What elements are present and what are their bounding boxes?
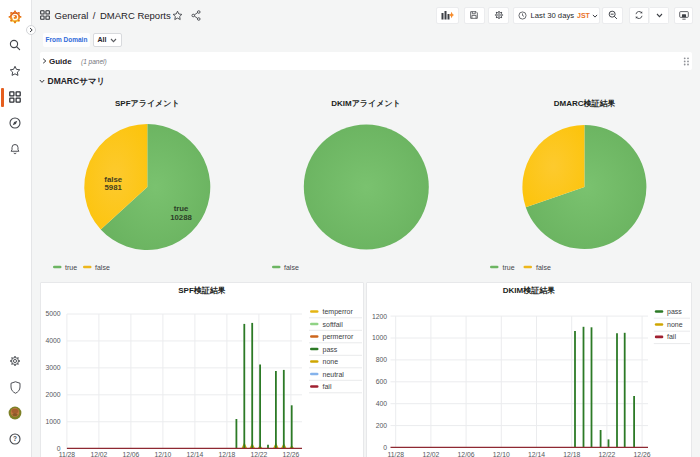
svg-text:12/10: 12/10 [154,450,171,457]
svg-text:4000: 4000 [45,337,60,344]
svg-text:fail: fail [323,383,332,390]
svg-text:true: true [65,264,77,271]
svg-text:11/28: 11/28 [387,450,404,457]
svg-text:12/10: 12/10 [493,450,510,457]
svg-text:1200: 1200 [372,312,387,319]
svg-text:10288: 10288 [170,213,192,222]
svg-text:permerror: permerror [323,333,354,341]
svg-text:400: 400 [376,400,388,407]
svg-text:none: none [667,321,683,328]
svg-text:false: false [284,264,299,271]
svg-text:neutral: neutral [323,370,345,377]
svg-text:12/22: 12/22 [250,450,267,457]
svg-text:false: false [95,264,110,271]
svg-text:none: none [323,358,339,365]
svg-text:3000: 3000 [45,364,60,371]
svg-text:1000: 1000 [372,334,387,341]
svg-text:fail: fail [667,333,676,340]
svg-text:5981: 5981 [105,183,123,192]
svg-text:12/22: 12/22 [598,450,615,457]
svg-text:12/26: 12/26 [282,450,299,457]
svg-text:12/18: 12/18 [218,450,235,457]
svg-text:12/02: 12/02 [90,450,107,457]
svg-text:?: ? [13,435,17,442]
svg-text:2000: 2000 [45,391,60,398]
svg-text:12/06: 12/06 [122,450,139,457]
svg-text:pass: pass [667,308,682,316]
svg-text:600: 600 [376,378,388,385]
svg-text:5000: 5000 [45,310,60,317]
svg-text:pass: pass [323,345,338,353]
svg-text:false: false [536,264,551,271]
svg-text:12/06: 12/06 [458,450,475,457]
svg-text:12/02: 12/02 [422,450,439,457]
svg-text:12/26: 12/26 [634,450,651,457]
svg-text:11/28: 11/28 [59,450,76,457]
svg-text:12/18: 12/18 [563,450,580,457]
svg-text:12/14: 12/14 [186,450,203,457]
svg-text:200: 200 [376,422,388,429]
svg-text:temperror: temperror [323,308,354,316]
svg-text:1000: 1000 [45,418,60,425]
svg-text:800: 800 [376,356,388,363]
svg-text:true: true [503,264,515,271]
svg-text:12/14: 12/14 [528,450,545,457]
svg-text:softfail: softfail [323,320,344,327]
